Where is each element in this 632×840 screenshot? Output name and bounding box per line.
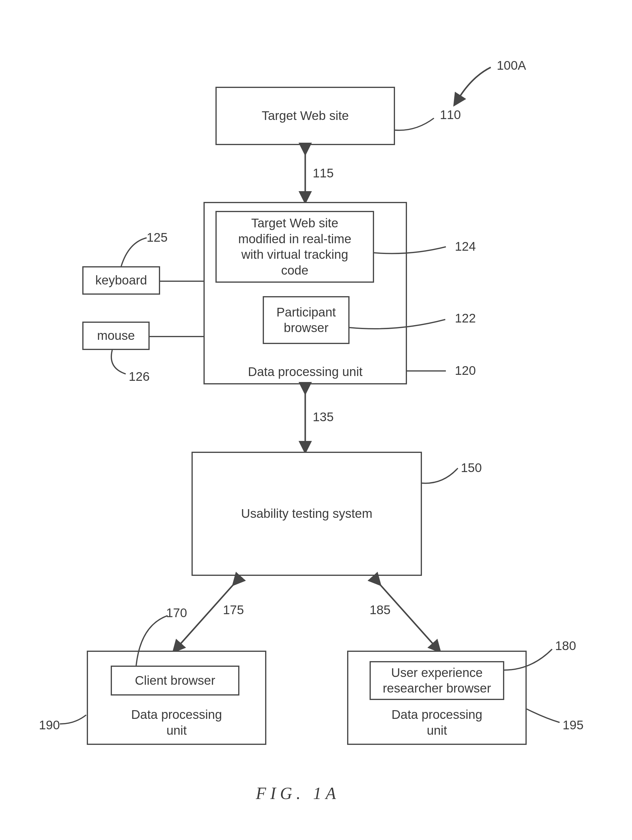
- leader-150: [422, 465, 464, 489]
- box-tracking-code-text: Target Web site modified in real-time wi…: [236, 213, 354, 281]
- dpu-ux-bottom-text: Data processing unit: [348, 707, 526, 738]
- overall-ref-label: 100A: [497, 58, 526, 73]
- box-ux-browser: User experience researcher browser: [370, 661, 504, 700]
- ref-150: 150: [461, 461, 482, 475]
- connector-keyboard: [160, 275, 204, 287]
- ref-126: 126: [129, 369, 150, 384]
- connector-mouse: [150, 330, 204, 343]
- ref-125: 125: [147, 231, 167, 245]
- ref-180: 180: [555, 639, 576, 653]
- box-client-browser: Client browser: [111, 666, 239, 696]
- box-participant-browser: Participant browser: [263, 296, 349, 344]
- ref-195: 195: [562, 718, 583, 732]
- leader-195: [527, 706, 562, 727]
- diagram-canvas: 100A Target Web site 110 115 Data proces…: [0, 0, 632, 840]
- box-usability-system: Usability testing system: [191, 452, 422, 576]
- connector-135: [299, 384, 311, 452]
- box-usability-system-text: Usability testing system: [239, 504, 375, 524]
- ref-115: 115: [313, 166, 333, 180]
- leader-190: [60, 712, 87, 727]
- box-keyboard-text: keyboard: [93, 270, 150, 291]
- box-target-website-text: Target Web site: [259, 106, 351, 126]
- leader-110: [395, 114, 443, 137]
- leader-125: [114, 236, 150, 266]
- ref-170: 170: [166, 606, 187, 620]
- ref-110: 110: [440, 108, 461, 122]
- connector-115: [299, 145, 311, 202]
- box-target-website: Target Web site: [215, 87, 395, 145]
- dpu-client-bottom-text: Data processing unit: [88, 707, 265, 738]
- ref-122: 122: [455, 311, 476, 325]
- box-tracking-code: Target Web site modified in real-time wi…: [215, 211, 374, 283]
- box-client-browser-text: Client browser: [133, 670, 218, 691]
- leader-120: [407, 363, 452, 379]
- box-mouse-text: mouse: [95, 325, 137, 346]
- box-keyboard: keyboard: [82, 266, 160, 295]
- ref-135: 135: [313, 410, 333, 424]
- box-participant-browser-text: Participant browser: [274, 302, 338, 338]
- ref-124: 124: [455, 239, 476, 254]
- ref-190: 190: [39, 718, 60, 732]
- box-ux-browser-text: User experience researcher browser: [380, 663, 493, 699]
- leader-126: [102, 350, 132, 377]
- dpu-participant-bottom-text: Data processing unit: [205, 365, 406, 379]
- box-mouse: mouse: [82, 322, 150, 350]
- ref-185: 185: [370, 603, 390, 617]
- figure-caption: FIG. 1A: [256, 784, 340, 803]
- box-dpu-client: Data processing unit: [87, 651, 266, 745]
- ref-120: 120: [455, 363, 476, 378]
- ref-175: 175: [223, 603, 244, 617]
